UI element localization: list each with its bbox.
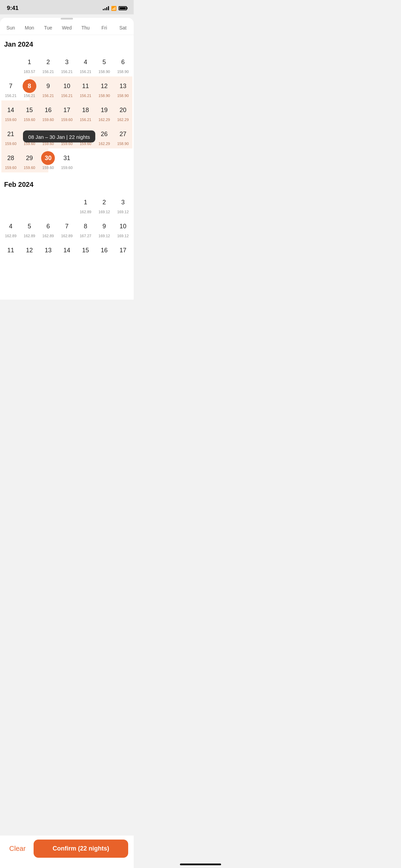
day-number: 14 — [4, 103, 17, 117]
day-number: 7 — [60, 219, 74, 233]
calendar-day[interactable]: 6158.90 — [113, 52, 132, 76]
calendar-day[interactable]: 10169.12 — [113, 217, 132, 241]
day-number: 26 — [97, 127, 111, 141]
day-price: 156.21 — [42, 94, 54, 98]
calendar-day[interactable]: 14 — [58, 241, 76, 263]
day-price: 156.21 — [80, 118, 92, 122]
day-number: 4 — [4, 219, 17, 233]
signal-icon — [103, 6, 109, 10]
day-price: 162.29 — [117, 118, 129, 122]
day-number: 28 — [4, 151, 17, 165]
calendar-day[interactable]: 1183.57 — [20, 52, 39, 76]
calendar-day[interactable]: 8156.21 — [20, 76, 39, 100]
calendar-day[interactable]: 9169.12 — [95, 217, 114, 241]
calendar-day[interactable]: 5158.90 — [95, 52, 114, 76]
day-number: 13 — [116, 79, 130, 93]
calendar-day[interactable]: 19162.29 — [95, 100, 114, 124]
day-header-fri: Fri — [95, 24, 114, 32]
calendar-day[interactable]: 20162.29 — [113, 100, 132, 124]
day-number: 6 — [116, 55, 130, 69]
day-number: 12 — [97, 79, 111, 93]
calendar-day[interactable]: 24159.60 — [58, 124, 76, 148]
calendar-day[interactable]: 27158.90 — [113, 124, 132, 148]
calendar-day[interactable]: 26162.29 — [95, 124, 114, 148]
day-number: 25 — [79, 127, 93, 141]
day-number: 20 — [116, 103, 130, 117]
calendar-day[interactable]: 5162.89 — [20, 217, 39, 241]
calendar-day[interactable]: 12 — [20, 241, 39, 263]
calendar-day[interactable]: 17159.60 — [58, 100, 76, 124]
calendar-day[interactable]: 1162.89 — [76, 193, 95, 217]
day-number: 19 — [97, 103, 111, 117]
calendar-day[interactable]: 6162.89 — [39, 217, 58, 241]
day-number: 12 — [23, 243, 36, 257]
calendar-day[interactable]: 7162.89 — [58, 217, 76, 241]
calendar-day[interactable]: 25159.60 — [76, 124, 95, 148]
calendar-day[interactable]: 28159.60 — [1, 148, 20, 172]
day-price: 159.60 — [42, 142, 54, 146]
calendar-day[interactable]: 16 — [95, 241, 114, 263]
day-price: 158.90 — [117, 70, 129, 74]
empty-cell — [20, 193, 39, 217]
calendar-day[interactable]: 11156.21 — [76, 76, 95, 100]
calendar-day[interactable]: 13 — [39, 241, 58, 263]
day-price: 159.60 — [24, 142, 35, 146]
calendar-day[interactable]: 11 — [1, 241, 20, 263]
day-number: 17 — [116, 243, 130, 257]
day-number: 11 — [4, 243, 17, 257]
day-price: 159.60 — [80, 142, 92, 146]
empty-cell — [1, 52, 20, 76]
calendar-day[interactable]: 29159.60 — [20, 148, 39, 172]
calendar-day[interactable]: 2156.21 — [39, 52, 58, 76]
day-number: 3 — [60, 55, 74, 69]
empty-cell — [39, 193, 58, 217]
calendar-day[interactable]: 3169.12 — [113, 193, 132, 217]
calendar-day[interactable]: 22159.6008 Jan – 30 Jan | 22 nights — [20, 124, 39, 148]
day-price: 169.12 — [117, 210, 129, 214]
day-price: 183.57 — [24, 70, 35, 74]
calendar-day[interactable]: 2169.12 — [95, 193, 114, 217]
calendar-day[interactable]: 4156.21 — [76, 52, 95, 76]
calendar-day[interactable]: 17 — [113, 241, 132, 263]
calendar-day[interactable]: 18156.21 — [76, 100, 95, 124]
day-price: 159.60 — [61, 142, 73, 146]
calendar-day[interactable]: 30159.60 — [39, 148, 58, 172]
calendar-day[interactable]: 15159.60 — [20, 100, 39, 124]
calendar-day[interactable]: 31159.60 — [58, 148, 76, 172]
day-header-sun: Sun — [1, 24, 20, 32]
calendar-day[interactable]: 7156.21 — [1, 76, 20, 100]
day-price: 156.21 — [24, 94, 35, 98]
calendar-day[interactable]: 4162.89 — [1, 217, 20, 241]
calendar-day[interactable]: 13158.90 — [113, 76, 132, 100]
empty-cell — [1, 193, 20, 217]
calendar-day[interactable]: 10156.21 — [58, 76, 76, 100]
day-price: 162.89 — [42, 234, 54, 238]
day-number: 1 — [23, 55, 36, 69]
calendar-scroll[interactable]: Jan 20241183.572156.213156.214156.215158… — [0, 35, 134, 300]
day-price: 162.89 — [80, 210, 92, 214]
day-price: 159.60 — [61, 166, 73, 170]
calendar-day[interactable]: 14159.60 — [1, 100, 20, 124]
calendar-day[interactable]: 21159.60 — [1, 124, 20, 148]
day-number: 16 — [41, 103, 55, 117]
day-number: 5 — [97, 55, 111, 69]
calendar-day[interactable]: 3156.21 — [58, 52, 76, 76]
calendar-day[interactable]: 23159.60 — [39, 124, 58, 148]
calendar-day[interactable]: 12158.90 — [95, 76, 114, 100]
day-header-wed: Wed — [58, 24, 76, 32]
day-number: 1 — [79, 195, 93, 209]
day-headers: SunMonTueWedThuFriSat — [0, 20, 134, 35]
day-price: 156.21 — [61, 94, 73, 98]
day-price: 156.21 — [61, 70, 73, 74]
calendar-day[interactable]: 15 — [76, 241, 95, 263]
day-number: 5 — [23, 219, 36, 233]
calendar-day[interactable]: 8167.27 — [76, 217, 95, 241]
calendar-day[interactable]: 16159.60 — [39, 100, 58, 124]
day-price: 159.60 — [5, 142, 16, 146]
day-number: 27 — [116, 127, 130, 141]
day-price: 156.21 — [5, 94, 16, 98]
calendar-day[interactable]: 9156.21 — [39, 76, 58, 100]
day-header-thu: Thu — [76, 24, 95, 32]
day-price: 158.90 — [117, 142, 129, 146]
day-price: 159.60 — [24, 166, 35, 170]
